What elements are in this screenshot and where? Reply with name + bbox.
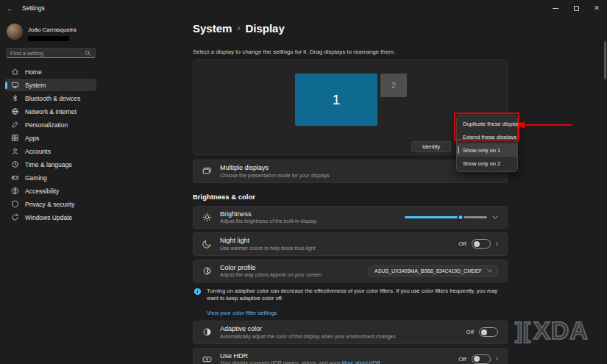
row-title: Multiple displays (220, 164, 485, 171)
toggle-knob (474, 356, 480, 362)
sidebar-item-label: Network & internet (25, 108, 77, 115)
xda-watermark: ][ XDA (515, 316, 589, 345)
breadcrumb-system[interactable]: System (193, 22, 232, 35)
context-menu-item[interactable]: Duplicate these displays (457, 117, 517, 130)
row-subtitle: Choose the presentation mode for your di… (220, 173, 485, 179)
brightness-row[interactable]: Brightness Adjust the brightness of the … (193, 206, 508, 229)
annotation-arrow-head-icon (517, 121, 525, 129)
close-icon: ✕ (594, 5, 600, 12)
sidebar-item-label: Accounts (25, 148, 51, 155)
section-header-brightness-color: Brightness & color (193, 193, 508, 201)
row-subtitle: Your display supports HDR games, videos,… (220, 360, 451, 364)
context-menu-item[interactable]: Show only on 1 (457, 143, 517, 157)
color-profile-row[interactable]: Color profile Adjust the way colors appe… (193, 260, 508, 283)
brightness-slider[interactable] (405, 214, 487, 221)
maximize-button[interactable] (566, 0, 586, 16)
app-title: Settings (22, 4, 45, 12)
user-profile[interactable]: João Carrasqueira (7, 21, 95, 41)
chevron-right-icon[interactable]: › (496, 240, 498, 248)
adaptive-color-row[interactable]: Adaptive color Automatically adjust the … (193, 321, 508, 344)
identify-button[interactable]: Identify (411, 141, 451, 152)
window-controls: ✕ (545, 0, 607, 16)
sidebar-item-accounts[interactable]: Accounts (5, 145, 96, 157)
maximize-icon (574, 6, 579, 11)
monitor-2[interactable]: 2 (380, 74, 407, 97)
sidebar-item-system[interactable]: System (5, 79, 96, 91)
sidebar-item-label: Time & language (25, 161, 72, 168)
row-subtitle: Use warmer colors to help block blue lig… (220, 246, 451, 251)
monitor-1[interactable]: 1 (295, 74, 377, 126)
avatar (7, 24, 23, 40)
row-title: Use HDR (220, 352, 451, 360)
toggle-knob (481, 329, 487, 335)
user-name: João Carrasqueira (28, 26, 77, 33)
sidebar-item-personalization[interactable]: Personalization (5, 118, 96, 131)
adaptive-color-toggle[interactable] (479, 327, 498, 337)
bluetooth-icon (11, 94, 19, 102)
settings-window: ← Settings ✕ João Carrasqueira Home (0, 0, 607, 364)
search-box[interactable] (6, 48, 96, 58)
scrollbar-thumb[interactable] (604, 41, 606, 79)
hdr-toggle[interactable] (472, 354, 491, 364)
color-profile-select[interactable]: ASUS_UX3405MA_B0B6_834C419D_CMDEF (369, 265, 498, 276)
brightness-sun-icon (202, 213, 213, 222)
hdr-icon (202, 354, 213, 364)
xda-bracket-icon: ][ (515, 318, 531, 343)
minimize-button[interactable] (545, 0, 566, 16)
night-light-toggle[interactable] (472, 239, 491, 249)
hdr-state: Off (458, 356, 466, 363)
context-menu-item[interactable]: Show only on 2 (457, 157, 517, 170)
adaptive-color-note: i Turning on adaptive color can decrease… (193, 282, 508, 305)
more-about-hdr-link[interactable]: More about HDR (342, 360, 381, 364)
titlebar: ← Settings (0, 0, 607, 16)
clock-icon (11, 160, 19, 168)
row-subtitle: Automatically adjust the color of this d… (220, 334, 458, 340)
globe-icon (11, 107, 19, 115)
chevron-down-icon[interactable] (492, 215, 498, 219)
chevron-right-icon[interactable]: › (496, 355, 498, 363)
context-menu-item[interactable]: Extend these displays (457, 130, 517, 143)
display-mode-context-menu: Duplicate these displays Extend these di… (456, 115, 518, 172)
sidebar-item-gaming[interactable]: Gaming (5, 171, 96, 184)
sidebar-item-label: Bluetooth & devices (25, 95, 80, 102)
sidebar-item-label: Apps (25, 135, 39, 142)
color-filter-settings-link[interactable]: View your color filter settings (207, 310, 508, 316)
sidebar-item-home[interactable]: Home (5, 65, 96, 78)
sidebar-item-label: Windows Update (25, 214, 72, 221)
sidebar-nav: Home System Bluetooth & devices Network … (5, 65, 96, 224)
sidebar-item-label: System (25, 82, 46, 89)
sidebar-item-apps[interactable]: Apps (5, 132, 96, 144)
sidebar-item-privacy[interactable]: Privacy & security (5, 198, 96, 210)
home-icon (11, 68, 19, 76)
brightness-slider-handle[interactable] (458, 214, 464, 221)
annotation-arrow (524, 124, 572, 126)
sidebar-item-windows-update[interactable]: Windows Update (5, 211, 96, 224)
brush-icon (11, 121, 19, 129)
sidebar-item-label: Privacy & security (25, 201, 75, 208)
sidebar-item-time-language[interactable]: Time & language (5, 158, 96, 171)
hdr-subtitle-text: Your display supports HDR games, videos,… (220, 360, 341, 364)
sidebar-item-label: Personalization (25, 121, 68, 129)
xda-logo-text: XDA (533, 316, 589, 345)
back-icon[interactable]: ← (7, 4, 14, 13)
sidebar-item-network[interactable]: Network & internet (5, 105, 96, 118)
use-hdr-row[interactable]: Use HDR Your display supports HDR games,… (193, 348, 508, 364)
sidebar-item-label: Home (25, 68, 42, 76)
night-light-row[interactable]: Night light Use warmer colors to help bl… (193, 232, 508, 256)
brightness-slider-fill (405, 216, 461, 218)
night-light-state: Off (458, 240, 466, 247)
row-subtitle: Adjust the way colors appear on your scr… (220, 272, 361, 278)
breadcrumb: System › Display (193, 21, 508, 35)
page-title: Display (245, 22, 284, 35)
search-input[interactable] (10, 50, 85, 57)
close-button[interactable]: ✕ (586, 0, 607, 16)
row-title: Night light (220, 237, 451, 244)
adaptive-color-icon (202, 327, 213, 337)
search-icon (85, 50, 91, 57)
redacted-info (28, 36, 69, 41)
apps-grid-icon (11, 134, 19, 142)
sidebar-item-bluetooth[interactable]: Bluetooth & devices (5, 92, 96, 104)
adaptive-color-state: Off (466, 329, 474, 335)
sidebar-item-accessibility[interactable]: Accessibility (5, 185, 96, 197)
shield-icon (11, 200, 19, 208)
